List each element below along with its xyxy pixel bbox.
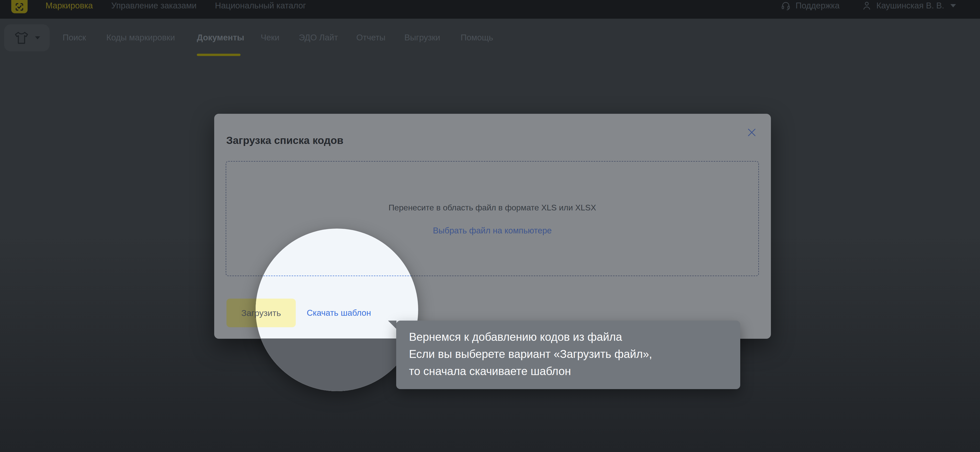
modal-close-button[interactable] [745,126,758,139]
tab-documents[interactable]: Документы [197,32,244,43]
top-navigation: Маркировка Управление заказами Националь… [46,0,306,19]
support-button[interactable]: Поддержка [781,0,839,11]
download-template-link-highlighted[interactable]: Скачать шаблон [307,308,371,318]
support-label: Поддержка [795,1,839,11]
close-icon [746,127,757,138]
dropzone-border-highlight [256,275,418,276]
onboarding-tooltip: Вернемся к добавлению кодов из файла Есл… [396,321,740,389]
topnav-order-management[interactable]: Управление заказами [111,0,197,11]
tab-reports[interactable]: Отчеты [356,32,385,43]
user-menu[interactable]: Каушинская В. В. [862,0,956,11]
onboarding-spotlight-circle: Загрузить Скачать шаблон [256,229,418,391]
app-logo[interactable] [11,0,28,13]
topbar-right: Поддержка Каушинская В. В. [781,0,956,11]
subnav: Поиск Коды маркировки Документы Чеки ЭДО… [0,19,980,56]
active-tab-underline [197,54,240,56]
choose-file-link[interactable]: Выбрать файл на компьютере [226,226,758,236]
chevron-down-icon [950,4,956,7]
tooltip-line: Вернемся к добавлению кодов из файла [409,328,729,345]
topnav-marking[interactable]: Маркировка [46,0,93,11]
tab-receipts[interactable]: Чеки [261,32,279,43]
chevron-down-icon [35,36,40,39]
headset-icon [781,0,791,11]
tab-exports[interactable]: Выгрузки [404,32,440,43]
tab-edo-lite[interactable]: ЭДО Лайт [299,32,338,43]
modal-title: Загрузка списка кодов [226,134,343,147]
topnav-national-catalog[interactable]: Национальный каталог [215,0,306,11]
category-selector[interactable] [4,24,49,51]
tooltip-line: то сначала скачиваете шаблон [409,363,729,380]
dropzone-hint: Перенесите в область файл в формате XLS … [226,202,758,213]
page-root: { "topbar": { "logo": "chestny-znak-logo… [0,0,980,452]
topbar: Маркировка Управление заказами Националь… [0,0,980,19]
spotlight-lower-area [256,339,418,391]
tab-help[interactable]: Помощь [461,32,493,43]
upload-button-highlighted[interactable]: Загрузить [256,299,296,327]
user-name: Каушинская В. В. [877,1,944,11]
tshirt-icon [14,31,29,45]
tab-search[interactable]: Поиск [63,32,86,43]
user-icon [862,0,872,11]
tooltip-line: Если вы выберете вариант «Загрузить файл… [409,345,729,363]
tab-marking-codes[interactable]: Коды маркировки [107,32,175,43]
qr-check-icon [14,2,24,12]
